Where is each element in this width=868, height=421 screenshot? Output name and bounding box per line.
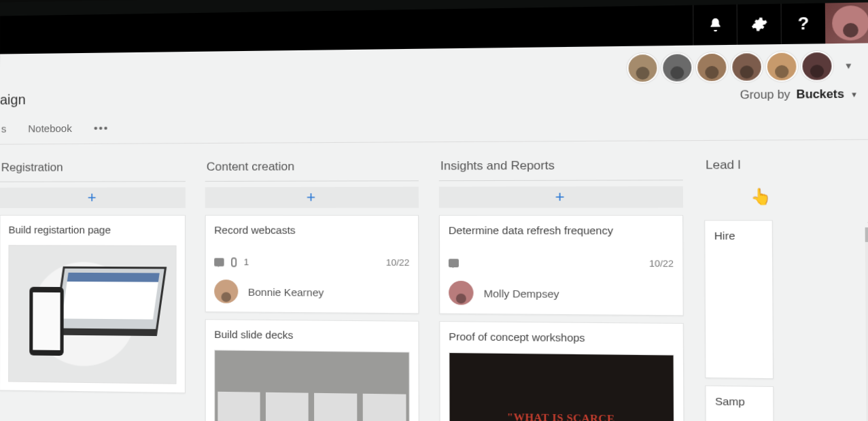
bucket-title[interactable]: Content creation [205, 147, 419, 182]
task-preview-image [8, 245, 176, 384]
comments-icon [214, 258, 224, 266]
bucket-insights-reports: Insights and Reports + Determine data re… [439, 146, 685, 421]
bucket-title[interactable]: Insights and Reports [439, 146, 683, 182]
avatar-icon [832, 5, 868, 41]
group-by-value[interactable]: Buckets [797, 88, 844, 101]
tab-notebook[interactable]: Notebook [27, 120, 73, 137]
assignee-name: Molly Dempsey [484, 287, 559, 299]
task-card[interactable]: Build slide decks [205, 319, 419, 421]
task-title: Samp [715, 394, 764, 414]
add-task-button[interactable]: + [439, 186, 683, 208]
comments-icon [449, 258, 459, 267]
notifications-button[interactable] [693, 5, 737, 46]
member-avatar[interactable] [801, 51, 833, 82]
task-card[interactable]: Proof of concept workshops "WHAT IS SCAR… [439, 321, 684, 421]
task-card[interactable]: Determine data refresh frequency 10/22 M… [439, 215, 684, 316]
add-task-button[interactable]: + [205, 187, 419, 208]
settings-button[interactable] [737, 4, 781, 45]
task-title: Build registartion page [8, 222, 176, 241]
bucket-title[interactable]: Registration [0, 148, 186, 182]
task-card[interactable]: Samp [705, 386, 774, 421]
plan-tabs: s Notebook ••• [0, 101, 868, 143]
member-avatar[interactable] [661, 52, 693, 83]
app-body: ▼ aign Group by Buckets ▼ s Notebook •••… [0, 43, 868, 421]
page-title: aign [0, 92, 26, 107]
task-title: Proof of concept workshops [449, 329, 674, 351]
group-by: Group by Buckets ▼ [740, 88, 861, 102]
scroll-thumb[interactable] [865, 227, 868, 241]
assignee-avatar [449, 281, 474, 305]
attachment-count: 1 [244, 256, 249, 267]
bucket-registration: Registration + Build registartion page [0, 148, 186, 421]
task-title: Determine data refresh frequency [449, 223, 674, 243]
bucket-content-creation: Content creation + Record webcasts 1 10/… [205, 147, 419, 421]
chevron-down-icon[interactable]: ▼ [850, 90, 858, 99]
task-card[interactable]: Build registartion page [0, 215, 186, 393]
member-avatars: ▼ [627, 50, 863, 83]
add-task-button[interactable]: + [0, 187, 186, 208]
bucket-title[interactable]: Lead l [704, 145, 773, 180]
due-date: 10/22 [649, 258, 674, 269]
account-button[interactable] [825, 2, 868, 44]
bucket-lead-partial: Lead l Hire Samp [704, 145, 775, 421]
attachment-icon [231, 257, 237, 267]
task-title: Record webcasts [214, 222, 409, 241]
bell-icon [707, 17, 724, 33]
help-icon: ? [798, 14, 810, 34]
members-expand[interactable]: ▼ [836, 61, 858, 71]
member-avatar[interactable] [627, 53, 658, 84]
plus-icon: + [88, 189, 97, 207]
gear-icon [750, 16, 767, 33]
task-title: Hire [714, 228, 763, 248]
assignee-name: Bonnie Kearney [248, 286, 324, 298]
due-date: 10/22 [386, 257, 410, 268]
help-button[interactable]: ? [781, 3, 826, 44]
tab-partial[interactable]: s [0, 120, 7, 137]
task-card[interactable]: Hire [704, 220, 774, 380]
task-title: Build slide decks [214, 327, 409, 348]
board: Registration + Build registartion page C… [0, 140, 868, 421]
member-avatar[interactable] [696, 52, 728, 83]
member-avatar[interactable] [731, 52, 763, 82]
device-frame: ? ▼ aign Group by Buckets ▼ [0, 0, 868, 421]
scrollbar[interactable]: ︿ [865, 227, 868, 421]
plus-icon: + [555, 188, 565, 206]
member-avatar[interactable] [766, 51, 798, 82]
task-preview-image: "WHAT IS SCARCE IN ALL OF THIS [449, 352, 674, 421]
task-preview-image [214, 350, 410, 421]
group-by-label: Group by [740, 88, 791, 102]
task-card[interactable]: Record webcasts 1 10/22 Bonnie Kearney [205, 215, 419, 314]
assignee-avatar [214, 280, 238, 303]
tab-more[interactable]: ••• [92, 119, 110, 136]
plus-icon: + [307, 188, 315, 207]
quote-text: "WHAT IS SCARCE IN ALL OF THIS [507, 409, 615, 421]
